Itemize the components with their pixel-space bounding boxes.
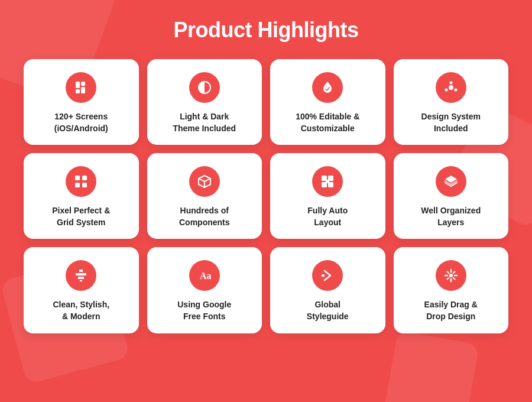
card-stylish: Clean, Stylish, & Modern: [24, 247, 139, 333]
card-label-styleguide: Global Styleguide: [307, 299, 349, 322]
card-drag-drop: Easily Drag & Drop Design: [394, 247, 509, 333]
svg-rect-1: [81, 82, 85, 86]
svg-rect-2: [81, 87, 85, 93]
card-label-stylish: Clean, Stylish, & Modern: [53, 299, 109, 322]
card-pixel-perfect: Pixel Perfect & Grid System: [24, 153, 139, 239]
icon-drag-drop: [436, 260, 466, 291]
card-label-screens: 120+ Screens (iOS/Android): [54, 111, 108, 134]
highlights-grid: 120+ Screens (iOS/Android)Light & Dark T…: [24, 59, 508, 333]
card-styleguide: Global Styleguide: [270, 247, 385, 333]
svg-point-20: [449, 274, 453, 277]
icon-theme: [189, 72, 220, 103]
card-screens: 120+ Screens (iOS/Android): [24, 59, 139, 145]
card-label-design-system: Design System Included: [421, 111, 481, 134]
card-label-editable: 100% Editable & Customizable: [296, 111, 359, 134]
svg-rect-0: [76, 82, 80, 88]
icon-editable: [312, 72, 343, 103]
page-title: Product Highlights: [24, 18, 508, 43]
icon-styleguide: [312, 260, 343, 291]
svg-rect-14: [328, 176, 333, 181]
svg-rect-9: [75, 176, 80, 180]
icon-auto-layout: [312, 166, 343, 197]
svg-rect-13: [322, 176, 327, 181]
icon-design-system: [436, 72, 466, 103]
icon-screens: [66, 72, 96, 103]
card-label-fonts: Using Google Free Fonts: [177, 299, 231, 322]
icon-components: [189, 166, 220, 197]
card-label-theme: Light & Dark Theme Included: [173, 111, 236, 134]
card-auto-layout: Fully Auto Layout: [270, 153, 385, 239]
icon-fonts: Aa: [189, 260, 220, 291]
svg-rect-16: [328, 182, 333, 187]
card-label-drag-drop: Easily Drag & Drop Design: [424, 299, 478, 322]
svg-rect-11: [75, 183, 80, 187]
svg-rect-10: [82, 176, 87, 180]
svg-rect-15: [322, 182, 327, 187]
svg-point-8: [445, 89, 447, 92]
svg-rect-12: [82, 183, 87, 187]
card-editable: 100% Editable & Customizable: [270, 59, 385, 145]
card-label-components: Hundreds of Components: [179, 205, 230, 228]
card-label-auto-layout: Fully Auto Layout: [307, 205, 348, 228]
card-fonts: AaUsing Google Free Fonts: [147, 247, 262, 333]
svg-rect-19: [322, 274, 325, 277]
svg-text:Aa: Aa: [200, 271, 212, 281]
card-label-layers: Well Organized Layers: [421, 205, 481, 228]
card-theme: Light & Dark Theme Included: [147, 59, 262, 145]
card-design-system: Design System Included: [394, 59, 509, 145]
icon-stylish: [66, 260, 96, 291]
svg-point-6: [449, 82, 452, 85]
card-components: Hundreds of Components: [147, 153, 262, 239]
icon-layers: [436, 166, 466, 197]
icon-grid: [66, 166, 96, 197]
svg-point-17: [326, 180, 329, 183]
card-label-pixel-perfect: Pixel Perfect & Grid System: [52, 205, 110, 228]
card-layers: Well Organized Layers: [394, 153, 509, 239]
svg-rect-3: [76, 89, 80, 93]
svg-point-5: [449, 85, 453, 90]
svg-point-7: [454, 89, 457, 92]
